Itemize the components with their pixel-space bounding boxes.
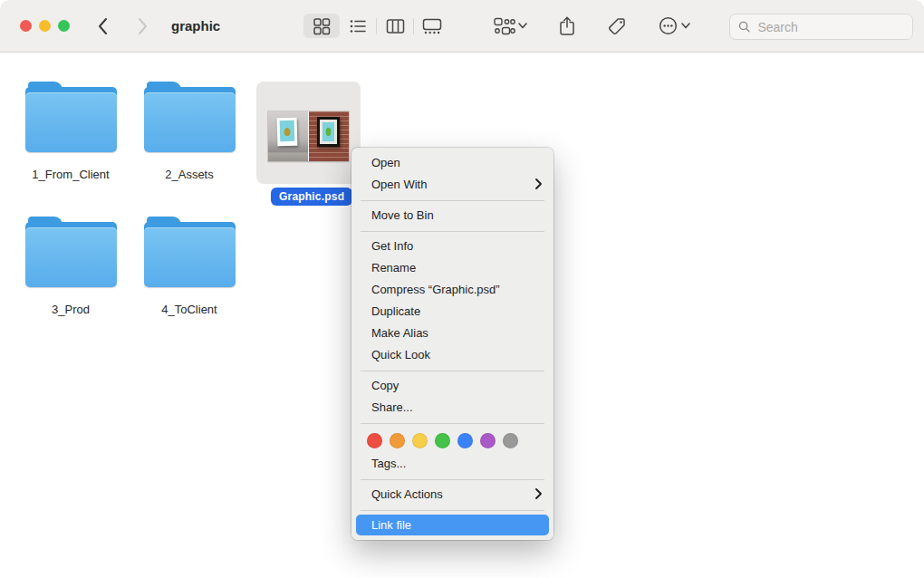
- tag-blue[interactable]: [457, 433, 473, 448]
- list-view-button[interactable]: [340, 14, 376, 38]
- menu-item-link-file[interactable]: Link file: [356, 515, 549, 535]
- tag-green[interactable]: [435, 433, 450, 448]
- file-browser: 1_From_Client 2_Assets 3_Prod 4_ToClient…: [0, 53, 924, 578]
- folder-item[interactable]: 1_From_Client: [15, 82, 126, 181]
- forward-icon[interactable]: [133, 16, 151, 36]
- back-icon[interactable]: [93, 16, 111, 36]
- menu-separator: [361, 510, 544, 511]
- submenu-arrow-icon: [535, 488, 542, 499]
- menu-separator: [361, 423, 544, 424]
- folder-icon: [144, 82, 236, 152]
- menu-item-duplicate[interactable]: Duplicate: [351, 301, 553, 323]
- file-name-badge: Graphic.psd: [271, 188, 352, 206]
- close-button[interactable]: [20, 20, 32, 32]
- more-options-icon: [658, 15, 679, 36]
- menu-separator: [361, 231, 544, 232]
- tag-red[interactable]: [367, 433, 382, 448]
- menu-item-open[interactable]: Open: [351, 152, 553, 174]
- finder-window: graphic: [0, 0, 924, 578]
- gallery-view-icon: [422, 17, 442, 35]
- list-view-icon: [349, 17, 367, 35]
- folder-icon: [144, 217, 236, 287]
- menu-item-quick-look[interactable]: Quick Look: [351, 344, 553, 366]
- menu-item-quick-actions[interactable]: Quick Actions: [351, 484, 553, 506]
- tag-gray[interactable]: [503, 433, 518, 448]
- tag-button[interactable]: [602, 14, 632, 39]
- folder-icon: [25, 217, 117, 287]
- column-view-icon: [386, 17, 405, 35]
- selected-file-item[interactable]: Graphic.psd: [256, 82, 361, 184]
- menu-item-tags[interactable]: Tags...: [351, 453, 553, 475]
- column-view-button[interactable]: [377, 14, 413, 38]
- menu-separator: [361, 200, 544, 201]
- toolbar: graphic: [0, 0, 924, 53]
- menu-item-open-with[interactable]: Open With: [351, 174, 553, 196]
- menu-item-move-to-bin[interactable]: Move to Bin: [351, 205, 553, 226]
- thumbnail-photo-left: [268, 111, 308, 161]
- menu-item-rename[interactable]: Rename: [351, 257, 553, 279]
- search-field[interactable]: [729, 14, 913, 40]
- tag-orange[interactable]: [390, 433, 405, 448]
- menu-item-copy[interactable]: Copy: [351, 375, 553, 397]
- menu-item-make-alias[interactable]: Make Alias: [351, 323, 553, 344]
- folder-name: 3_Prod: [15, 303, 126, 316]
- context-menu: Open Open With Move to Bin Get Info Rena…: [351, 148, 553, 540]
- chevron-down-icon: [518, 23, 527, 29]
- menu-item-get-info[interactable]: Get Info: [351, 236, 553, 257]
- share-icon: [558, 15, 576, 36]
- traffic-lights: [20, 20, 70, 32]
- maximize-button[interactable]: [58, 20, 70, 32]
- thumbnail-photo-right: [309, 111, 349, 161]
- group-by-icon: [494, 17, 515, 35]
- chevron-down-icon: [681, 23, 690, 29]
- share-button[interactable]: [553, 14, 582, 39]
- folder-item[interactable]: 3_Prod: [15, 217, 126, 316]
- nav-buttons: [93, 16, 151, 36]
- folder-name: 4_ToClient: [134, 303, 245, 316]
- menu-item-compress[interactable]: Compress “Graphic.psd”: [351, 279, 553, 301]
- view-switcher: [303, 14, 450, 38]
- folder-name: 2_Assets: [134, 168, 245, 181]
- grid-view-icon: [313, 17, 331, 35]
- more-options-button[interactable]: [652, 14, 696, 39]
- window-title: graphic: [171, 18, 220, 34]
- search-input[interactable]: [756, 19, 904, 35]
- menu-separator: [361, 371, 544, 371]
- tag-color-row: [351, 428, 553, 453]
- tag-yellow[interactable]: [412, 433, 428, 448]
- folder-item[interactable]: 2_Assets: [134, 82, 245, 181]
- tag-icon: [607, 16, 627, 36]
- icon-view-button[interactable]: [303, 14, 340, 38]
- menu-item-share[interactable]: Share...: [351, 397, 553, 419]
- folder-item[interactable]: 4_ToClient: [134, 217, 245, 316]
- minimize-button[interactable]: [39, 20, 51, 32]
- folder-name: 1_From_Client: [15, 168, 126, 181]
- file-thumbnail: [268, 111, 349, 161]
- search-icon: [738, 20, 750, 34]
- folder-icon: [25, 82, 117, 152]
- submenu-arrow-icon: [535, 178, 542, 189]
- gallery-view-button[interactable]: [414, 14, 450, 38]
- tag-purple[interactable]: [480, 433, 496, 448]
- menu-separator: [361, 479, 544, 480]
- group-by-button[interactable]: [488, 14, 533, 39]
